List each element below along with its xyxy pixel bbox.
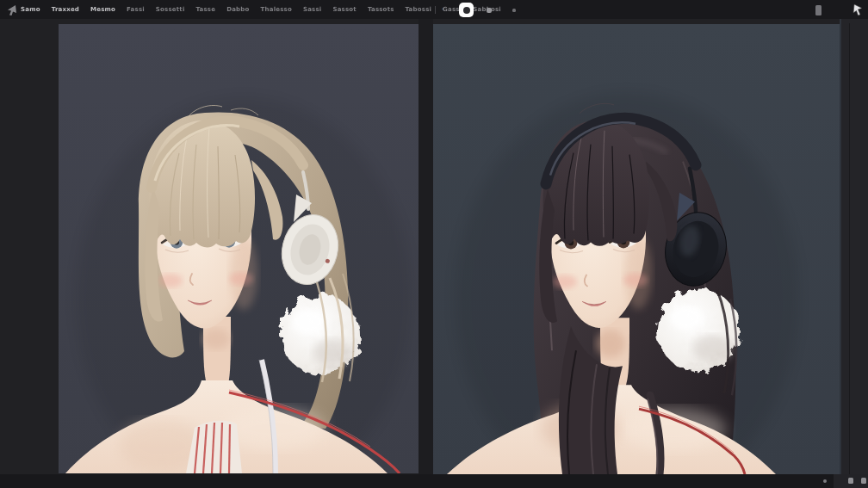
menubar-separator: [435, 6, 436, 14]
menu-item[interactable]: Mesmo: [90, 6, 115, 13]
menu-item[interactable]: Sossetti: [156, 6, 185, 13]
app-logo-icon[interactable]: [5, 3, 17, 15]
portrait-blonde-girl: [59, 24, 418, 473]
square-icon[interactable]: [848, 478, 853, 484]
rail-divider: [849, 23, 850, 474]
menu-item[interactable]: Tabossi: [406, 6, 432, 13]
menu-item[interactable]: Traxxed: [52, 6, 79, 13]
pointer-cursor-icon: [851, 3, 864, 16]
statusbar: [0, 474, 868, 488]
chevron-left-icon[interactable]: ‹: [442, 5, 444, 14]
menu-item[interactable]: Dabbo: [226, 6, 249, 13]
menu-item[interactable]: Tassots: [368, 6, 394, 13]
menu-item[interactable]: Sassi: [303, 6, 322, 13]
status-dot-dim-icon[interactable]: [512, 9, 516, 12]
app-window: SamoTraxxedMesmoFassiSossettiTasseDabboT…: [0, 0, 868, 488]
image-panel-left[interactable]: [59, 24, 418, 473]
menu-item[interactable]: Tasse: [195, 6, 215, 13]
menubar: SamoTraxxedMesmoFassiSossettiTasseDabboT…: [0, 0, 868, 19]
record-icon: [463, 7, 470, 14]
portrait-darkhair-girl: [433, 24, 840, 474]
menu-item[interactable]: Sassot: [332, 6, 356, 13]
image-panel-right[interactable]: [433, 24, 840, 474]
record-button[interactable]: [459, 3, 474, 17]
menu-item[interactable]: Thalesso: [261, 6, 292, 13]
right-rail[interactable]: [840, 19, 868, 474]
menu: SamoTraxxedMesmoFassiSossettiTasseDabboT…: [21, 0, 501, 19]
menu-item[interactable]: Fassi: [127, 6, 145, 13]
workspace: [0, 19, 868, 474]
status-dot-icon[interactable]: [487, 8, 492, 13]
block-indicator-icon: [815, 5, 822, 15]
menu-item[interactable]: Samo: [21, 6, 40, 13]
square-icon[interactable]: [861, 478, 866, 484]
dot-icon[interactable]: [823, 479, 827, 483]
panel-gap: [418, 19, 433, 474]
